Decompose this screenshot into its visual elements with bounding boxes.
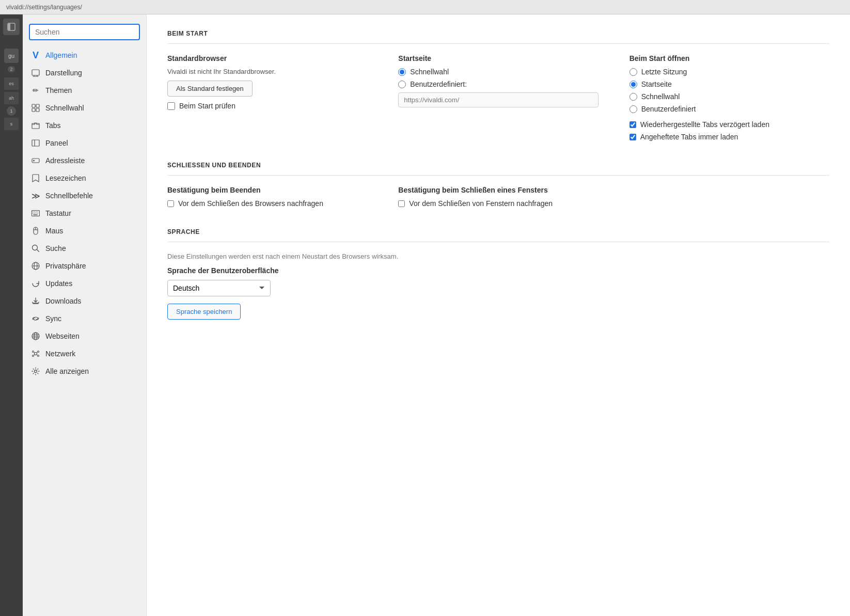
suche-icon — [31, 244, 40, 253]
language-note: Diese Einstellungen werden erst nach ein… — [167, 252, 829, 260]
browser-tab-item-4[interactable]: s — [4, 118, 19, 130]
sidebar-item-netzwerk[interactable]: Netzwerk — [23, 345, 146, 362]
beim-start-pruefen-label: Beim Start prüfen — [179, 102, 235, 110]
angeheftete-checkbox[interactable] — [629, 134, 636, 140]
schliessen-fenster-row: Vor dem Schließen von Fenstern nachfrage… — [398, 199, 598, 208]
svg-rect-5 — [32, 108, 35, 112]
section-title-schliessen: SCHLIESSEN UND BEENDEN — [167, 162, 829, 176]
svg-line-42 — [37, 355, 38, 356]
sidebar-item-label-maus: Maus — [45, 227, 63, 235]
sidebar-item-sync[interactable]: Sync — [23, 310, 146, 327]
sprache-speichern-button[interactable]: Sprache speichern — [167, 304, 241, 320]
sidebar-item-webseiten[interactable]: Webseiten — [23, 327, 146, 345]
beim-start-checklist: Wiederhergestellte Tabs verzögert laden … — [629, 120, 829, 141]
section-title-sprache: SPRACHE — [167, 228, 829, 242]
sidebar-item-privatsphare[interactable]: Privatsphäre — [23, 257, 146, 275]
privatsphare-icon — [31, 261, 40, 271]
standardbrowser-heading: Standardbrowser — [167, 54, 367, 62]
section-schliessen: SCHLIESSEN UND BEENDEN Bestätigung beim … — [167, 162, 829, 208]
benutzerdefiniert-radio[interactable] — [398, 81, 406, 88]
schnellbefehle-icon: ≫ — [31, 191, 40, 200]
benutzerdefiniert-option-row: Benutzerdefiniert — [629, 105, 829, 113]
beim-start-pruefen-row: Beim Start prüfen — [167, 102, 367, 110]
netzwerk-icon — [31, 349, 40, 358]
sidebar-item-schnellbefehle[interactable]: ≫ Schnellbefehle — [23, 187, 146, 204]
paneel-icon — [31, 138, 40, 148]
svg-point-35 — [33, 351, 34, 353]
sidebar-item-alle-anzeigen[interactable]: Alle anzeigen — [23, 362, 146, 380]
svg-point-38 — [38, 355, 39, 357]
beim-start-offnen-heading: Beim Start öffnen — [629, 54, 829, 62]
panel-toggle-icon[interactable] — [3, 19, 20, 35]
startseite-option-radio[interactable] — [629, 81, 637, 88]
sidebar-item-suche[interactable]: Suche — [23, 240, 146, 257]
settings-layout: V Allgemein Darstellung ✏ Themen Schnell… — [23, 14, 850, 616]
sidebar-item-tastatur[interactable]: Tastatur — [23, 204, 146, 222]
sidebar-item-adressleiste[interactable]: Adressleiste — [23, 152, 146, 169]
browser-sidebar: gu 2 es ah 1 s — [0, 14, 23, 616]
standardbrowser-desc: Vivaldi ist nicht Ihr Standardbrowser. — [167, 68, 367, 75]
angeheftete-label: Angeheftete Tabs immer laden — [640, 133, 738, 141]
schnellwahl-icon — [31, 103, 40, 113]
schliessen-fenster-checkbox[interactable] — [398, 200, 405, 207]
sidebar-item-maus[interactable]: Maus — [23, 222, 146, 240]
wiederhergestellte-checkbox[interactable] — [629, 121, 636, 128]
schnellwahl-option-radio[interactable] — [629, 93, 637, 101]
wiederhergestellte-label: Wiederhergestellte Tabs verzögert laden — [640, 120, 769, 129]
sidebar-item-label-lesezeichen: Lesezeichen — [45, 174, 86, 182]
language-select-container: Deutsch English Français Español — [167, 280, 829, 296]
schnellwahl-radio-label: Schnellwahl — [410, 68, 449, 76]
benutzerdefiniert-option-label: Benutzerdefiniert — [641, 105, 696, 113]
sidebar-item-themen[interactable]: ✏ Themen — [23, 82, 146, 99]
startseite-url-input[interactable] — [398, 92, 598, 107]
sidebar-item-updates[interactable]: Updates — [23, 275, 146, 292]
language-select[interactable]: Deutsch English Français Español — [167, 280, 271, 296]
schliessen-browser-label: Vor dem Schließen des Browsers nachfrage… — [178, 199, 323, 208]
beim-start-pruefen-checkbox[interactable] — [167, 102, 175, 110]
sidebar-item-allgemein[interactable]: V Allgemein — [23, 46, 146, 64]
browser-tab-item[interactable]: gu — [4, 49, 19, 63]
browser-tab-item-2[interactable]: es — [4, 77, 19, 90]
standardbrowser-col: Standardbrowser Vivaldi ist nicht Ihr St… — [167, 54, 367, 110]
tab-count-badge: 2 — [8, 66, 14, 72]
browser-tab-item-3[interactable]: ah — [4, 92, 19, 104]
schliessen-browser-checkbox[interactable] — [167, 200, 174, 207]
als-standard-button[interactable]: Als Standard festlegen — [167, 81, 253, 97]
startseite-heading: Startseite — [398, 54, 598, 62]
adressleiste-icon — [31, 156, 40, 165]
darstellung-icon — [31, 68, 40, 77]
svg-rect-6 — [36, 108, 39, 112]
schnellwahl-radio[interactable] — [398, 68, 406, 76]
webseiten-icon — [31, 331, 40, 341]
sidebar-item-downloads[interactable]: Downloads — [23, 292, 146, 310]
sidebar-item-label-themen: Themen — [45, 86, 72, 94]
search-input[interactable] — [29, 24, 140, 40]
svg-point-11 — [33, 160, 35, 162]
sidebar-item-label-schnellwahl: Schnellwahl — [45, 104, 84, 112]
tab-count-2: 1 — [7, 106, 16, 116]
svg-line-41 — [34, 355, 35, 356]
benutzerdefiniert-radio-row: Benutzerdefiniert: — [398, 80, 598, 88]
sidebar-item-label-sync: Sync — [45, 314, 61, 323]
letzte-sitzung-radio[interactable] — [629, 68, 637, 76]
sidebar-item-darstellung[interactable]: Darstellung — [23, 64, 146, 82]
sidebar-item-paneel[interactable]: Paneel — [23, 134, 146, 152]
schliessen-row: Bestätigung beim Beenden Vor dem Schließ… — [167, 186, 829, 208]
bestatigung-schliessen-heading: Bestätigung beim Schließen eines Fenster… — [398, 186, 598, 194]
startseite-radio-group: Schnellwahl Benutzerdefiniert: — [398, 68, 598, 88]
settings-nav: V Allgemein Darstellung ✏ Themen Schnell… — [23, 14, 147, 616]
benutzerdefiniert-radio-label: Benutzerdefiniert: — [410, 80, 467, 88]
sidebar-item-lesezeichen[interactable]: Lesezeichen — [23, 169, 146, 187]
startseite-option-label: Startseite — [641, 80, 672, 88]
sidebar-item-tabs[interactable]: Tabs — [23, 117, 146, 134]
benutzerdefiniert-option-radio[interactable] — [629, 105, 637, 113]
svg-point-37 — [33, 355, 34, 357]
svg-line-40 — [37, 352, 38, 353]
schnellwahl-option-label: Schnellwahl — [641, 92, 680, 101]
svg-line-25 — [37, 250, 39, 252]
bestatigung-beenden-heading: Bestätigung beim Beenden — [167, 186, 367, 194]
updates-icon — [31, 279, 40, 288]
svg-rect-2 — [32, 70, 39, 75]
schnellwahl-option-row: Schnellwahl — [629, 92, 829, 101]
sidebar-item-schnellwahl[interactable]: Schnellwahl — [23, 99, 146, 117]
